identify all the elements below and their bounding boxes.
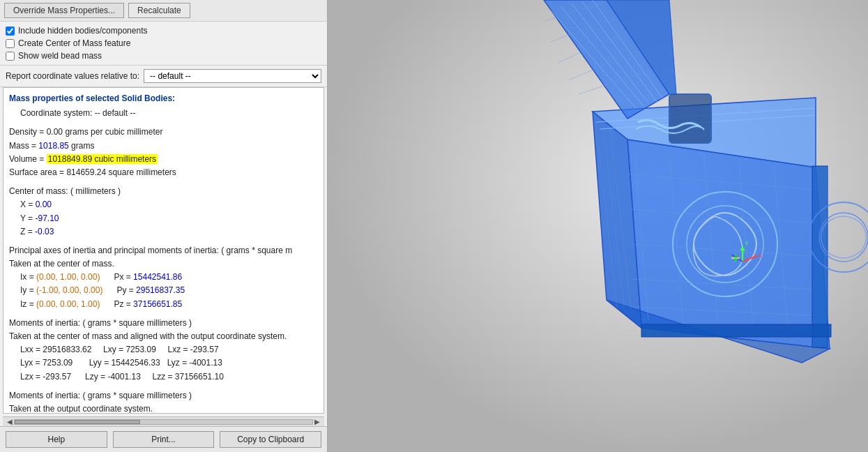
coordinate-select[interactable]: -- default -- — [144, 69, 321, 83]
principal-axes-header: Principal axes of inertia and principal … — [9, 244, 318, 257]
moments-cm-row3: Lzx = -293.57 Lzy = -4001.13 Lzz = 37156… — [20, 370, 318, 384]
results-area: Mass properties of selected Solid Bodies… — [3, 87, 324, 414]
iy-label: Iy = (-1.00, 0.00, 0.00) — [20, 284, 102, 297]
help-button[interactable]: Help — [6, 431, 107, 448]
override-mass-properties-button[interactable]: Override Mass Properties... — [4, 3, 124, 18]
bottom-buttons: Help Print... Copy to Clipboard — [0, 426, 327, 452]
volume-prefix: Volume = — [9, 154, 47, 164]
principal-ix-row: Ix = (0.00, 1.00, 0.00) Px = 15442541.86 — [20, 271, 318, 284]
horizontal-scrollbar[interactable] — [14, 419, 313, 425]
toolbar: Override Mass Properties... Recalculate — [0, 0, 327, 22]
moments-output-sub: Taken at the output coordinate system. — [9, 402, 318, 414]
mass-text: Mass = — [9, 141, 38, 151]
3d-viewport[interactable]: X Y — [328, 0, 868, 452]
ix-label: Ix = (0.00, 1.00, 0.00) — [20, 271, 100, 284]
principal-iz-row: Iz = (0.00, 0.00, 1.00) Pz = 37156651.85 — [20, 298, 318, 311]
weld-bead-row: Show weld bead mass — [6, 51, 321, 61]
density-line: Density = 0.00 grams per cubic millimete… — [9, 126, 318, 139]
surface-area-line: Surface area = 814659.24 square millimet… — [9, 166, 318, 179]
volume-value: 1018849.89 cubic millimeters — [47, 154, 158, 164]
moments-cm-row2: Lyx = 7253.09 Lyy = 15442546.33 Lyz = -4… — [20, 356, 318, 370]
com-header: Center of mass: ( millimeters ) — [9, 185, 318, 198]
hidden-bodies-checkbox[interactable] — [6, 27, 15, 36]
copy-to-clipboard-button[interactable]: Copy to Clipboard — [220, 431, 321, 448]
scroll-left-arrow[interactable]: ◀ — [6, 418, 14, 425]
weld-bead-checkbox[interactable] — [6, 52, 15, 61]
px-label: Px = 15442541.86 — [114, 271, 182, 284]
recalculate-button[interactable]: Recalculate — [128, 3, 190, 18]
com-x: X = 0.00 — [20, 198, 318, 211]
hidden-bodies-label: Include hidden bodies/components — [18, 26, 147, 36]
principal-iy-row: Iy = (-1.00, 0.00, 0.00) Py = 29516837.3… — [20, 284, 318, 297]
mass-line: Mass = 1018.85 grams — [9, 140, 318, 153]
svg-text:Y: Y — [745, 240, 749, 247]
coordinate-label: Report coordinate values relative to: — [6, 71, 139, 81]
scroll-thumb[interactable] — [15, 420, 140, 424]
weld-bead-label: Show weld bead mass — [18, 51, 102, 61]
py-label: Py = 29516837.35 — [116, 284, 185, 297]
iz-label: Iz = (0.00, 0.00, 1.00) — [20, 298, 100, 311]
hammer-3d-view: X Y — [328, 0, 868, 452]
center-of-mass-checkbox[interactable] — [6, 39, 15, 48]
hammer-svg: X Y — [328, 0, 868, 452]
volume-line: Volume = 1018849.89 cubic millimeters — [9, 153, 318, 166]
mass-unit: grams — [69, 141, 95, 151]
horizontal-scrollbar-area: ◀ ▶ — [3, 416, 324, 426]
svg-rect-24 — [669, 94, 711, 143]
mass-value: 1018.85 — [38, 141, 68, 151]
com-z: Z = -0.03 — [20, 225, 318, 239]
coordinate-row: Report coordinate values relative to: --… — [0, 66, 327, 87]
moments-output-header: Moments of inertia: ( grams * square mil… — [9, 389, 318, 402]
moments-cm-header: Moments of inertia: ( grams * square mil… — [9, 317, 318, 330]
hidden-bodies-row: Include hidden bodies/components — [6, 26, 321, 36]
moments-cm-row1: Lxx = 29516833.62 Lxy = 7253.09 Lxz = -2… — [20, 343, 318, 356]
moments-cm-sub: Taken at the center of mass and aligned … — [9, 330, 318, 343]
coord-system-line: Coordinate system: -- default -- — [20, 107, 318, 120]
svg-rect-20 — [641, 324, 831, 337]
scroll-right-arrow[interactable]: ▶ — [313, 418, 321, 425]
com-y: Y = -97.10 — [20, 212, 318, 225]
print-button[interactable]: Print... — [113, 431, 215, 448]
principal-axes-sub: Taken at the center of mass. — [9, 257, 318, 271]
center-of-mass-label: Create Center of Mass feature — [18, 38, 130, 48]
checkboxes-section: Include hidden bodies/components Create … — [0, 22, 327, 66]
pz-label: Pz = 37156651.85 — [114, 298, 182, 311]
center-of-mass-row: Create Center of Mass feature — [6, 38, 321, 48]
left-panel: Override Mass Properties... Recalculate … — [0, 0, 328, 452]
svg-text:X: X — [758, 253, 762, 259]
results-header: Mass properties of selected Solid Bodies… — [9, 92, 318, 105]
